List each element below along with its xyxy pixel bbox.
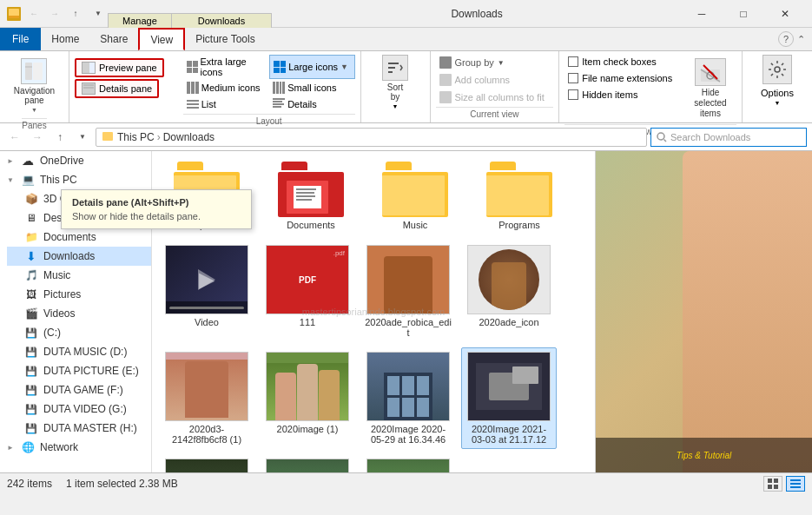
minimize-button[interactable]: ─ xyxy=(682,0,722,28)
close-button[interactable]: ✕ xyxy=(765,0,805,28)
hide-selected-button[interactable]: Hide selected items xyxy=(684,55,736,122)
sidebar-item-pictures[interactable]: 🖼 Pictures xyxy=(7,285,151,304)
addr-forward-button[interactable]: → xyxy=(28,128,47,147)
tab-share[interactable]: Share xyxy=(89,28,138,50)
tooltip-description: Show or hide the details pane. xyxy=(152,211,241,221)
preview-image: Tips & Tutorial xyxy=(596,151,812,472)
drive-e-icon: 💾 xyxy=(24,364,38,378)
file-item-small2[interactable] xyxy=(260,454,355,472)
file-thumb-dark xyxy=(467,352,551,421)
addr-recent-button[interactable]: ▼ xyxy=(73,128,92,147)
tab-view[interactable]: View xyxy=(138,28,185,50)
svg-rect-19 xyxy=(774,485,778,489)
file-item-ade-icon[interactable]: 2020ade_icon xyxy=(461,241,557,342)
thispc-icon: 💻 xyxy=(21,173,35,187)
hidden-items-row: Hidden items xyxy=(564,88,681,102)
file-items-grid: Video PDF .pdf 111 2020ade_robica_edit xyxy=(159,241,588,472)
ribbon-tab-row: File Home Share View Picture Tools ? ⌃ xyxy=(0,28,812,51)
tab-picture-tools[interactable]: Picture Tools xyxy=(185,28,265,50)
caption-text: Tips & Tutorial xyxy=(677,451,732,460)
add-columns-button[interactable]: Add columns xyxy=(436,72,514,88)
sidebar-item-network[interactable]: ► 🌐 Network xyxy=(0,438,151,457)
nav-pane-button[interactable]: Navigationpane ▼ xyxy=(10,55,58,116)
details-pane-button[interactable]: Details pane xyxy=(75,79,159,98)
file-item-selfie[interactable]: 2020d3-2142f8fb6cf8 (1) xyxy=(159,347,254,449)
nav-pane-label: Navigationpane xyxy=(14,86,55,105)
medium-icons-option[interactable]: Medium icons xyxy=(183,80,268,96)
sidebar-item-duta-video[interactable]: 💾 DUTA VIDEO (G:) xyxy=(7,399,151,419)
sidebar-item-music[interactable]: 🎵 Music xyxy=(7,266,151,285)
maximize-button[interactable]: □ xyxy=(723,0,763,28)
folder-music[interactable]: Music xyxy=(367,158,463,234)
recent-button[interactable]: ▼ xyxy=(89,4,108,23)
sidebar-item-duta-music[interactable]: 💾 DUTA MUSIC (D:) xyxy=(7,342,151,361)
sidebar-item-videos[interactable]: 🎬 Videos xyxy=(7,304,151,323)
small-icons-option[interactable]: Small icons xyxy=(269,80,354,96)
sidebar-item-onedrive[interactable]: ► ☁ OneDrive xyxy=(0,151,151,170)
sidebar-item-documents[interactable]: 📁 Documents xyxy=(7,228,151,247)
sidebar-label-c: (C:) xyxy=(43,327,61,339)
size-all-columns-button[interactable]: Size all columns to fit xyxy=(436,89,548,105)
small1-bg xyxy=(166,459,248,472)
addr-up-button[interactable]: ↑ xyxy=(50,128,69,147)
ribbon-toggle[interactable]: ⌃ xyxy=(797,34,805,45)
file-item-111[interactable]: PDF .pdf 111 xyxy=(260,241,355,342)
file-extensions-row: File name extensions xyxy=(564,71,681,85)
help-button[interactable]: ? xyxy=(778,31,794,47)
sort-button[interactable]: Sortby ▼ xyxy=(382,55,408,109)
sidebar-item-duta-game[interactable]: 💾 DUTA GAME (F:) xyxy=(7,380,151,399)
sidebar-item-duta-master[interactable]: 💾 DUTA MASTER (H:) xyxy=(7,419,151,438)
svg-rect-16 xyxy=(768,479,772,483)
network-icon: 🌐 xyxy=(21,440,35,454)
large-view-toggle[interactable] xyxy=(763,476,782,492)
file-item-robica[interactable]: 2020ade_robica_edit xyxy=(360,241,456,342)
layout-options: Extra large icons Large icons ▼ xyxy=(183,55,355,112)
up-button[interactable]: ↑ xyxy=(66,4,85,23)
layout-label: Layout xyxy=(183,114,355,126)
addr-back-button[interactable]: ← xyxy=(5,128,24,147)
search-box[interactable]: Search Downloads xyxy=(650,128,807,147)
tab-home[interactable]: Home xyxy=(41,28,89,50)
forward-button[interactable]: → xyxy=(45,4,64,23)
svg-rect-20 xyxy=(790,479,801,481)
group-by-arrow: ▼ xyxy=(498,59,505,67)
hidden-items-checkbox[interactable] xyxy=(568,89,578,100)
address-path[interactable]: This PC › Downloads xyxy=(96,128,647,147)
extra-large-icons-option[interactable]: Extra large icons xyxy=(183,55,268,79)
details-option[interactable]: Details xyxy=(269,96,354,112)
group-by-button[interactable]: Group by ▼ xyxy=(436,55,508,70)
sidebar-item-duta-picture[interactable]: 💾 DUTA PICTURE (E:) xyxy=(7,361,151,380)
file-item-video[interactable]: Video xyxy=(159,241,254,342)
file-extensions-checkbox[interactable] xyxy=(568,73,578,83)
sidebar-item-downloads[interactable]: ⬇ Downloads xyxy=(7,247,151,266)
file-item-building[interactable]: 2020Image 2020-05-29 at 16.34.46 xyxy=(360,347,456,449)
list-option[interactable]: List xyxy=(183,96,268,112)
folder-programs[interactable]: Programs xyxy=(472,158,567,234)
person-area xyxy=(683,151,812,472)
tab-file[interactable]: File xyxy=(0,28,41,50)
preview-pane-button[interactable]: Preview pane xyxy=(75,58,164,77)
music-icon: 🎵 xyxy=(24,268,38,282)
file-item-small1[interactable] xyxy=(159,454,254,472)
back-button[interactable]: ← xyxy=(24,4,43,23)
file-item-group[interactable]: 2020image (1) xyxy=(260,347,355,449)
sidebar-label-duta-music: DUTA MUSIC (D:) xyxy=(43,346,127,358)
large-icons-arrow: ▼ xyxy=(340,63,348,71)
file-thumb-small3 xyxy=(366,459,450,472)
sidebar-item-c[interactable]: 💾 (C:) xyxy=(7,323,151,342)
file-item-small3[interactable] xyxy=(360,454,456,472)
sort-label: Sortby xyxy=(387,83,403,102)
file-name-robica: 2020ade_robica_edit xyxy=(365,317,452,338)
file-name-group: 2020image (1) xyxy=(277,424,339,434)
detail-view-toggle[interactable] xyxy=(786,476,805,492)
folder-documents[interactable]: Documents xyxy=(263,158,359,234)
sidebar-item-thispc[interactable]: ▼ 💻 This PC xyxy=(0,170,151,189)
file-item-dark[interactable]: 2020Image 2021-03-03 at 21.17.12 xyxy=(461,347,557,449)
svg-point-12 xyxy=(775,67,780,72)
options-button[interactable]: Options ▼ xyxy=(761,55,794,106)
large-icons-option[interactable]: Large icons ▼ xyxy=(269,55,354,79)
group-by-icon xyxy=(439,56,452,69)
title-bar-left: ← → ↑ ▼ xyxy=(7,4,108,23)
path-separator-1: › xyxy=(157,131,161,143)
item-checkboxes-checkbox[interactable] xyxy=(568,56,578,67)
